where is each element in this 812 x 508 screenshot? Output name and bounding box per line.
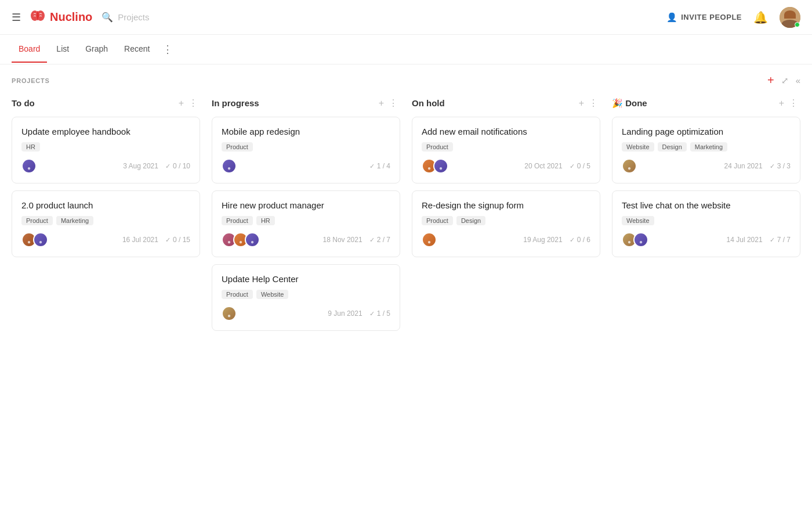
card-meta: 16 Jul 2021✓ 0 / 15 — [122, 236, 190, 244]
card-in-progress-1[interactable]: Hire new product managerProductHR18 Nov … — [212, 190, 400, 257]
card-avatars — [622, 232, 645, 247]
card-tag: Product — [222, 216, 253, 225]
card-on-hold-0[interactable]: Add new email notificationsProduct20 Oct… — [412, 117, 600, 183]
card-footer: 18 Nov 2021✓ 2 / 7 — [222, 232, 390, 247]
column-title-on-hold: On hold — [412, 98, 577, 108]
search-bar[interactable]: 🔍 Projects — [102, 12, 149, 23]
expand-button[interactable]: ⤢ — [781, 75, 789, 86]
column-more-button-done[interactable]: ⋮ — [786, 96, 800, 110]
card-tag: Website — [622, 142, 654, 152]
invite-icon: 👤 — [666, 12, 678, 23]
tabs-more-icon[interactable]: ⋮ — [159, 35, 176, 64]
online-status-dot — [795, 22, 800, 27]
card-tag: Website — [622, 216, 654, 225]
card-avatar — [433, 158, 448, 174]
card-checklist: ✓ 7 / 7 — [770, 236, 791, 244]
tab-recent[interactable]: Recent — [117, 36, 157, 63]
hamburger-icon[interactable]: ☰ — [12, 11, 21, 24]
card-avatars — [222, 306, 233, 321]
tabs-nav: Board List Graph Recent ⋮ — [0, 35, 812, 64]
column-header-todo: To do+⋮ — [12, 96, 200, 110]
card-in-progress-0[interactable]: Mobile app redesignProduct✓ 1 / 4 — [212, 117, 400, 183]
add-card-button-on-hold[interactable]: + — [577, 97, 586, 110]
card-date: 16 Jul 2021 — [122, 236, 158, 244]
check-icon: ✓ — [369, 310, 375, 318]
column-done: 🎉 Done+⋮Landing page optimizationWebsite… — [612, 96, 800, 338]
invite-people-button[interactable]: 👤 INVITE PEOPLE — [666, 12, 742, 23]
card-in-progress-2[interactable]: Update Help CenterProductWebsite9 Jun 20… — [212, 264, 400, 331]
card-meta: 18 Nov 2021✓ 2 / 7 — [323, 236, 390, 244]
check-icon: ✓ — [165, 236, 171, 244]
check-icon: ✓ — [369, 236, 375, 244]
card-date: 19 Aug 2021 — [523, 236, 562, 244]
card-date: 20 Oct 2021 — [524, 162, 562, 170]
column-header-done: 🎉 Done+⋮ — [612, 96, 800, 110]
card-tags: ProductDesign — [422, 216, 590, 225]
check-icon: ✓ — [770, 163, 775, 170]
card-title: Test live chat on the website — [622, 200, 791, 210]
column-more-button-todo[interactable]: ⋮ — [186, 96, 200, 110]
card-avatar — [622, 158, 637, 174]
card-avatar — [633, 232, 648, 247]
card-tag: Product — [21, 216, 53, 225]
card-on-hold-1[interactable]: Re-design the signup formProductDesign19… — [412, 190, 600, 257]
card-tag: Product — [422, 216, 453, 225]
add-card-button-in-progress[interactable]: + — [376, 97, 386, 110]
bell-icon[interactable]: 🔔 — [753, 10, 768, 24]
add-card-button-done[interactable]: + — [777, 97, 786, 110]
add-card-button-todo[interactable]: + — [176, 97, 186, 110]
card-tag: Marketing — [56, 216, 93, 225]
card-checklist: ✓ 1 / 5 — [369, 309, 390, 318]
header: ☰ Nuclino 🔍 Projects 👤 INVIT — [0, 0, 812, 35]
card-tags: HR — [21, 142, 190, 152]
card-avatar — [422, 232, 437, 247]
card-footer: 20 Oct 2021✓ 0 / 5 — [422, 158, 590, 174]
card-tag: Product — [422, 142, 453, 152]
card-date: 18 Nov 2021 — [323, 236, 362, 244]
card-date: 3 Aug 2021 — [123, 162, 158, 170]
card-title: Landing page optimization — [622, 127, 791, 136]
add-project-button[interactable]: + — [767, 74, 774, 87]
card-meta: 24 Jun 2021✓ 3 / 3 — [724, 162, 791, 170]
card-meta: 20 Oct 2021✓ 0 / 5 — [524, 162, 590, 170]
card-avatars — [422, 232, 433, 247]
card-title: Update employee handbook — [21, 127, 190, 136]
check-icon: ✓ — [165, 163, 171, 170]
card-done-1[interactable]: Test live chat on the websiteWebsite14 J… — [612, 190, 800, 257]
logo[interactable]: Nuclino — [30, 9, 92, 26]
column-title-in-progress: In progress — [212, 98, 376, 108]
column-more-button-in-progress[interactable]: ⋮ — [386, 96, 400, 110]
column-todo: To do+⋮Update employee handbookHR3 Aug 2… — [12, 96, 200, 338]
brain-icon — [30, 9, 45, 26]
collapse-button[interactable]: « — [796, 75, 800, 85]
card-title: Re-design the signup form — [422, 200, 590, 210]
card-tags: ProductMarketing — [21, 216, 190, 225]
main-content: PROJECTS + ⤢ « To do+⋮Update employee ha… — [0, 64, 812, 347]
invite-label: INVITE PEOPLE — [681, 13, 742, 21]
card-todo-0[interactable]: Update employee handbookHR3 Aug 2021✓ 0 … — [12, 117, 200, 183]
card-todo-1[interactable]: 2.0 product launchProductMarketing16 Jul… — [12, 190, 200, 257]
card-tags: Website — [622, 216, 791, 225]
column-title-todo: To do — [12, 98, 176, 108]
card-tag: HR — [256, 216, 275, 225]
card-avatar — [222, 158, 237, 174]
card-checklist: ✓ 0 / 5 — [570, 162, 590, 170]
user-avatar-wrapper[interactable] — [780, 7, 800, 28]
projects-label: PROJECTS — [12, 77, 50, 84]
column-in-progress: In progress+⋮Mobile app redesignProduct✓… — [212, 96, 400, 338]
tab-graph[interactable]: Graph — [78, 36, 115, 63]
card-tags: Product — [422, 142, 590, 152]
column-emoji: 🎉 — [612, 98, 623, 108]
tab-board[interactable]: Board — [12, 36, 47, 63]
card-tag: Design — [658, 142, 687, 152]
card-date: 24 Jun 2021 — [724, 162, 763, 170]
card-done-0[interactable]: Landing page optimizationWebsiteDesignMa… — [612, 117, 800, 183]
column-more-button-on-hold[interactable]: ⋮ — [586, 96, 600, 110]
card-tag: Design — [456, 216, 485, 225]
card-tags: ProductHR — [222, 216, 390, 225]
card-title: Mobile app redesign — [222, 127, 390, 136]
card-avatars — [222, 232, 256, 247]
card-tag: Product — [222, 142, 253, 152]
tab-list[interactable]: List — [49, 36, 76, 63]
card-meta: 3 Aug 2021✓ 0 / 10 — [123, 162, 190, 170]
